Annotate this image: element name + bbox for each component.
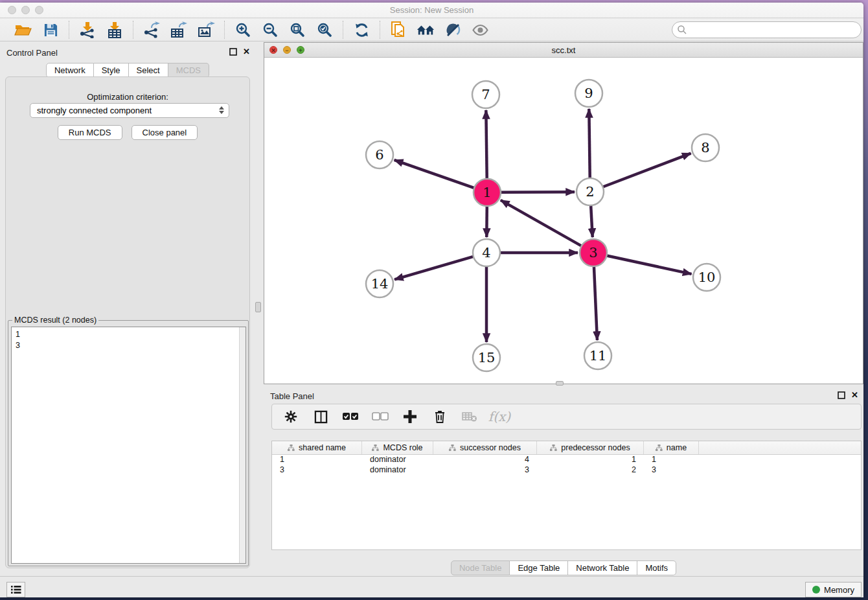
graph-edge-3-11[interactable] xyxy=(594,266,597,340)
graph-node-8[interactable]: 8 xyxy=(692,134,719,161)
mcds-result-text: 1 3 xyxy=(12,327,246,353)
column-header-name[interactable]: name xyxy=(644,441,699,454)
horizontal-splitter-handle[interactable] xyxy=(556,381,564,386)
export-network-icon[interactable] xyxy=(143,21,161,39)
list-icon xyxy=(11,585,21,594)
show-panels-icon[interactable] xyxy=(471,21,489,39)
graph-edge-2-8[interactable] xyxy=(603,154,691,187)
graph-node-3[interactable]: 3 xyxy=(580,239,607,266)
graph-edge-3-10[interactable] xyxy=(607,255,692,273)
toolbar-search-input[interactable] xyxy=(672,21,862,38)
column-header-successor-nodes[interactable]: successor nodes xyxy=(433,441,537,454)
graph-node-9[interactable]: 9 xyxy=(575,80,602,107)
table-row[interactable]: 3dominator323 xyxy=(272,465,861,476)
tab-edge-table[interactable]: Edge Table xyxy=(510,560,568,575)
graph-node-4[interactable]: 4 xyxy=(473,239,500,266)
node-table[interactable]: shared nameMCDS rolesuccessor nodesprede… xyxy=(271,441,862,550)
zoom-in-icon[interactable] xyxy=(234,21,252,39)
refresh-icon[interactable] xyxy=(352,21,371,39)
table-cell: 3 xyxy=(272,465,362,476)
gear-icon[interactable] xyxy=(282,408,299,425)
graph-edge-3-1[interactable] xyxy=(501,200,582,246)
sort-icon xyxy=(288,444,295,452)
tab-motifs[interactable]: Motifs xyxy=(637,560,676,575)
float-table-panel-icon[interactable] xyxy=(838,391,845,399)
graph-node-label: 4 xyxy=(482,245,490,260)
table-cell: 3 xyxy=(433,465,537,476)
graph-edge-1-6[interactable] xyxy=(394,160,475,188)
result-scrollbar[interactable] xyxy=(239,327,246,563)
tab-node-table[interactable]: Node Table xyxy=(451,560,510,575)
graph-node-1[interactable]: 1 xyxy=(474,179,501,206)
graph-edge-1-7[interactable] xyxy=(486,110,486,179)
sort-icon xyxy=(656,444,663,452)
application-window: Session: New Session xyxy=(0,3,863,597)
tab-network[interactable]: Network xyxy=(46,63,94,78)
column-header-predecessor-nodes[interactable]: predecessor nodes xyxy=(537,441,644,454)
graph-node-label: 1 xyxy=(483,185,491,200)
tab-mcds[interactable]: MCDS xyxy=(168,63,209,78)
import-table-icon[interactable] xyxy=(106,21,124,39)
graph-edge-1-2[interactable] xyxy=(501,192,575,192)
network-graph[interactable]: 1234678910111415 xyxy=(264,58,863,384)
zoom-out-icon[interactable] xyxy=(261,21,279,39)
export-table-icon[interactable] xyxy=(170,21,188,39)
memory-label: Memory xyxy=(824,585,854,595)
graph-edge-4-14[interactable] xyxy=(394,257,474,279)
graph-node-label: 9 xyxy=(584,86,593,101)
graph-edge-1-4[interactable] xyxy=(486,206,487,237)
deselect-all-icon[interactable] xyxy=(372,408,389,425)
network-view-window: ✕ − + scc.txt 1234678910111415 xyxy=(264,42,863,384)
graph-node-label: 2 xyxy=(586,184,594,200)
memory-status-icon xyxy=(812,586,820,594)
home-icon[interactable] xyxy=(417,21,435,39)
table-row[interactable]: 1dominator411 xyxy=(272,455,861,465)
clone-network-icon[interactable] xyxy=(389,21,407,39)
tab-network-table[interactable]: Network Table xyxy=(568,560,637,575)
zoom-selected-icon[interactable] xyxy=(315,21,334,39)
graph-node-7[interactable]: 7 xyxy=(472,81,499,108)
graph-edge-2-3[interactable] xyxy=(591,205,593,237)
memory-button[interactable]: Memory xyxy=(805,582,862,597)
network-canvas[interactable]: 1234678910111415 xyxy=(264,58,863,384)
select-stepper-icon xyxy=(219,106,224,114)
mcds-result-box[interactable]: 1 3 xyxy=(11,327,246,564)
split-view-icon[interactable] xyxy=(312,408,329,425)
control-panel: Control Panel ✕ NetworkStyleSelectMCDS O… xyxy=(0,42,255,576)
add-column-icon[interactable] xyxy=(402,408,418,425)
mcds-tab-content: Optimization criterion: strongly connect… xyxy=(5,76,250,568)
graph-edge-2-9[interactable] xyxy=(589,109,589,178)
import-network-icon[interactable] xyxy=(78,21,97,39)
close-table-panel-icon[interactable]: ✕ xyxy=(851,391,858,399)
search-icon xyxy=(677,25,687,35)
select-all-icon[interactable] xyxy=(342,408,359,425)
graph-node-15[interactable]: 15 xyxy=(473,344,500,371)
export-image-icon[interactable] xyxy=(197,21,215,39)
table-panel-tabs: Node TableEdge TableNetwork TableMotifs xyxy=(264,560,863,575)
run-mcds-button[interactable]: Run MCDS xyxy=(58,125,122,140)
graph-node-label: 8 xyxy=(701,140,709,156)
vertical-splitter-handle[interactable] xyxy=(255,302,261,312)
tab-style[interactable]: Style xyxy=(94,63,129,78)
close-panel-button[interactable]: Close panel xyxy=(131,125,198,140)
column-header-shared-name[interactable]: shared name xyxy=(272,441,362,454)
float-panel-icon[interactable] xyxy=(229,48,237,56)
close-panel-icon[interactable]: ✕ xyxy=(243,48,250,56)
column-header-MCDS-role[interactable]: MCDS role xyxy=(362,441,433,454)
save-session-icon[interactable] xyxy=(41,21,60,39)
graph-node-10[interactable]: 10 xyxy=(693,264,720,291)
zoom-fit-icon[interactable] xyxy=(288,21,306,39)
table-cell: 2 xyxy=(537,465,644,476)
hide-panels-icon[interactable] xyxy=(444,21,462,39)
graph-node-11[interactable]: 11 xyxy=(584,342,611,369)
graph-node-2[interactable]: 2 xyxy=(577,178,604,205)
table-cell: 3 xyxy=(644,465,699,476)
delete-column-icon[interactable] xyxy=(431,408,448,425)
network-window-titlebar[interactable]: ✕ − + scc.txt xyxy=(264,43,863,58)
graph-node-14[interactable]: 14 xyxy=(366,270,393,297)
tab-select[interactable]: Select xyxy=(129,63,168,78)
graph-node-6[interactable]: 6 xyxy=(366,141,393,168)
open-session-icon[interactable] xyxy=(14,21,32,39)
task-history-button[interactable] xyxy=(6,582,25,597)
criterion-select[interactable]: strongly connected component xyxy=(30,103,229,118)
